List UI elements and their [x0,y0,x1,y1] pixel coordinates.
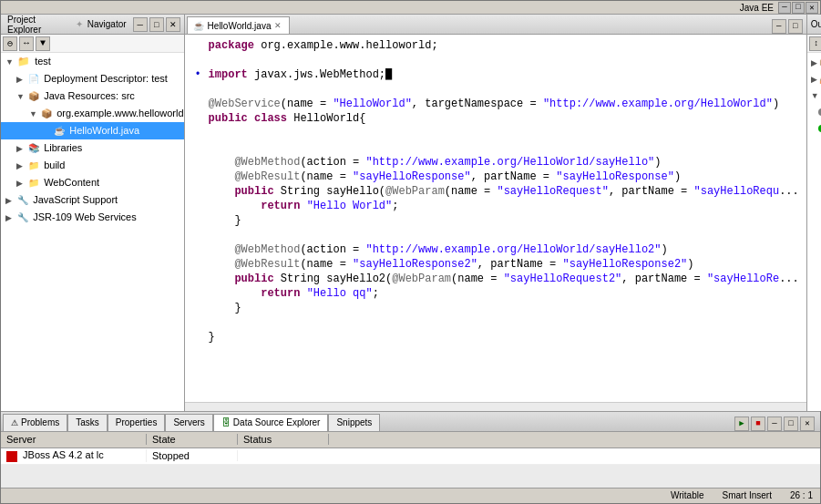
problems-icon: ⚠ [11,418,18,427]
code-line-18: return "Hello qq"; [185,286,806,301]
server-name-cell: JBoss AS 4.2 at lc [1,449,147,461]
outline-toolbar: ↕ ▼ + - [807,35,821,53]
code-line-19: } [185,301,806,315]
bottom-minimize-btn[interactable]: ─ [767,417,782,431]
writable-status: Writable [671,490,704,500]
editor-close-btn[interactable]: ✕ [274,21,282,30]
bottom-stop-btn[interactable]: ■ [751,417,765,431]
maximize-btn[interactable]: □ [792,2,805,14]
outline-item-helloworld-class[interactable]: ▼ 🔷 HelloWorld [807,87,821,104]
code-line-5: @WebService(name = "HelloWorld", targetN… [185,97,806,111]
tab-data-source-explorer[interactable]: 🗄 Data Source Explorer [213,414,329,431]
close-btn[interactable]: ✕ [806,2,818,14]
left-panel-icons: ─ □ ✕ [133,17,180,32]
maximize-panel-btn[interactable]: □ [149,17,164,32]
jsr-icon: 🔧 [17,212,28,222]
outline-panel: Outline ─ □ ✕ ↕ ▼ + - ▶ 📦 org.example.ww… [807,15,821,410]
datasource-icon: 🗄 [221,417,231,427]
code-line-13: } [185,213,806,228]
code-line-7 [185,126,806,140]
code-line-17: public String sayHello2(@WebParam(name =… [185,272,806,286]
tree-item-org-package[interactable]: ▼ 📦 org.example.www.helloworld [1,105,184,122]
package-icon: 📦 [41,108,52,118]
outline-label: Outline [811,19,821,29]
bottom-tab-bar: ⚠ Problems Tasks Properties Servers 🗄 Da… [1,412,820,432]
libraries-icon: 📚 [28,143,39,153]
tree-item-deployment[interactable]: ▶ 📄 Deployment Descriptor: test [1,70,184,87]
tree-item-javascript[interactable]: ▶ 🔧 JavaScript Support [1,191,184,209]
bottom-panel: ⚠ Problems Tasks Properties Servers 🗄 Da… [1,411,820,488]
tree-item-build[interactable]: ▶ 📁 build [1,157,184,174]
close-panel-btn[interactable]: ✕ [166,17,180,32]
tree-item-jsr109[interactable]: ▶ 🔧 JSR-109 Web Services [1,209,184,226]
editor-tab-helloworld[interactable]: ☕ HelloWorld.java ✕ [187,16,291,34]
collapse-all-btn[interactable]: ⊖ [3,36,17,51]
tab-snippets[interactable]: Snippets [328,414,380,431]
tab-properties[interactable]: Properties [108,414,166,431]
code-line-10: @WebResult(name = "sayHelloResponse", pa… [185,170,806,184]
project-explorer-tab[interactable]: Project Explorer [5,14,74,36]
bottom-run-btn[interactable]: ▶ [734,417,749,431]
code-line-11: public String sayHello(@WebParam(name = … [185,184,806,199]
insert-mode-status: Smart Insert [723,490,772,500]
tree-item-java-resources[interactable]: ▼ 📦 Java Resources: src [1,87,184,105]
outline-item-org[interactable]: ▶ 📦 org.example.www [807,55,821,71]
tab-servers[interactable]: Servers [165,414,212,431]
server-row-jboss[interactable]: JBoss AS 4.2 at lc Stopped [1,448,820,465]
jboss-server-icon [6,451,17,462]
outline-tree: ▶ 📦 org.example.www ▶ 📥 import declarati… [807,53,821,410]
project-explorer-header: Project Explorer ✦ Navigator ─ □ ✕ [1,15,184,35]
status-bar: Writable Smart Insert 26 : 1 [1,488,820,503]
outline-header: Outline ─ □ ✕ [807,15,821,35]
deploy-icon: 📄 [28,74,39,84]
maximize-editor-btn[interactable]: □ [788,19,803,34]
outline-sort-btn[interactable]: ↕ [809,36,821,51]
code-line-4 [185,82,806,97]
server-col-header: Server [1,434,147,445]
status-col-header: Status [238,434,329,445]
data-source-tab-label: Data Source Explorer [233,417,321,427]
code-line-20 [185,315,806,330]
editor-tab-bar: ☕ HelloWorld.java ✕ ─ □ [185,15,806,35]
editor-panel: ☕ HelloWorld.java ✕ ─ □ package org.exam… [185,15,807,410]
tree-toolbar: ⊖ ↔ ▼ [1,35,184,53]
cursor-position: 26 : 1 [790,490,813,500]
bottom-maximize-btn[interactable]: □ [784,417,798,431]
minimize-editor-btn[interactable]: ─ [772,19,786,34]
src-icon: 📦 [28,91,39,101]
js-icon: 🔧 [17,195,28,205]
outline-item-sayhello2[interactable]: sayHello2(Strin... [807,120,821,137]
tree-item-test[interactable]: ▼ 📁 test [1,53,184,70]
server-state-cell: Stopped [147,450,238,461]
project-tree: ▼ 📁 test ▶ 📄 Deployment Descriptor: test… [1,53,184,410]
code-line-12: return "Hello World"; [185,199,806,213]
outline-item-import[interactable]: ▶ 📥 import declaratio... [807,71,821,87]
minimize-btn[interactable]: ─ [778,2,791,14]
link-editor-btn[interactable]: ↔ [19,36,34,51]
build-folder-icon: 📁 [28,160,39,170]
code-line-9: @WebMethod(action = "http://www.example.… [185,155,806,170]
tab-problems[interactable]: ⚠ Problems [3,414,67,431]
code-line-15: @WebMethod(action = "http://www.example.… [185,242,806,257]
tree-item-helloworld[interactable]: ☕ HelloWorld.java [1,122,184,139]
minimize-panel-btn[interactable]: ─ [133,17,148,32]
code-editor[interactable]: package org.example.www.helloworld; • im… [185,35,806,401]
left-panel: Project Explorer ✦ Navigator ─ □ ✕ ⊖ ↔ ▼ [1,15,185,410]
tree-item-webcontent[interactable]: ▶ 📁 WebContent [1,174,184,191]
code-line-21: } [185,330,806,345]
java-ee-label: Java EE [740,3,774,13]
outline-item-sayhello[interactable]: sayHello(String [807,104,821,120]
server-table-header: Server State Status [1,432,820,448]
tab-tasks[interactable]: Tasks [67,414,108,431]
editor-toolbar-icons: ─ □ [770,19,805,34]
left-panel-tabs: Project Explorer ✦ Navigator [5,14,129,36]
import-arrow: ▶ [811,72,817,87]
navigator-tab[interactable]: Navigator [85,18,129,30]
tree-item-libraries[interactable]: ▶ 📚 Libraries [1,139,184,157]
code-line-2 [185,53,806,67]
bottom-close-btn[interactable]: ✕ [800,417,815,431]
org-arrow: ▶ [811,56,817,70]
editor-hscrollbar[interactable] [185,402,806,411]
code-line-3: • import javax.jws.WebMethod;█ [185,67,806,82]
tree-menu-btn[interactable]: ▼ [36,36,50,51]
